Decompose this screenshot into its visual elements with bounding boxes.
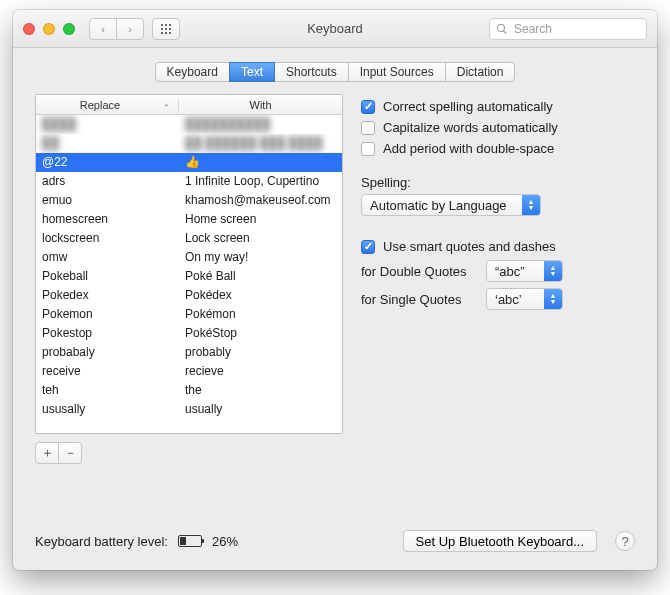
table-row[interactable]: @22👍 bbox=[36, 153, 342, 172]
forward-button[interactable]: › bbox=[116, 18, 144, 40]
table-body: ██████████████████ ██████ ███ ████@22👍ad… bbox=[36, 115, 342, 433]
add-period-row[interactable]: Add period with double-space bbox=[361, 138, 635, 159]
cell-replace: Pokestop bbox=[36, 324, 179, 343]
single-quotes-select[interactable]: ‘abc’ ▲▼ bbox=[486, 288, 563, 310]
table-row[interactable]: tehthe bbox=[36, 381, 342, 400]
cell-with: 👍 bbox=[179, 153, 342, 172]
remove-button[interactable]: － bbox=[58, 442, 82, 464]
cell-with: Pokémon bbox=[179, 305, 342, 324]
cell-replace: homescreen bbox=[36, 210, 179, 229]
replacements-column: Replace⌃ With ██████████████████ ██████ … bbox=[35, 94, 343, 518]
table-header: Replace⌃ With bbox=[36, 95, 342, 115]
cell-replace: Pokemon bbox=[36, 305, 179, 324]
table-row[interactable]: ████ ██████ ███ ████ bbox=[36, 134, 342, 153]
add-period-label: Add period with double-space bbox=[383, 141, 554, 156]
add-button[interactable]: ＋ bbox=[35, 442, 59, 464]
cell-replace: ██ bbox=[36, 134, 179, 153]
table-row[interactable]: homescreenHome screen bbox=[36, 210, 342, 229]
search-field[interactable]: Search bbox=[489, 18, 647, 40]
capitalize-label: Capitalize words automatically bbox=[383, 120, 558, 135]
capitalize-row[interactable]: Capitalize words automatically bbox=[361, 117, 635, 138]
search-icon bbox=[496, 23, 508, 35]
nav-segment: ‹ › bbox=[89, 18, 144, 40]
battery-pct: 26% bbox=[212, 534, 238, 549]
tab-text[interactable]: Text bbox=[229, 62, 275, 82]
search-placeholder: Search bbox=[514, 22, 552, 36]
sort-asc-icon: ⌃ bbox=[163, 103, 170, 112]
table-row[interactable]: PokedexPokédex bbox=[36, 286, 342, 305]
table-row[interactable]: omwOn my way! bbox=[36, 248, 342, 267]
spelling-value: Automatic by Language bbox=[370, 198, 507, 213]
tab-shortcuts[interactable]: Shortcuts bbox=[274, 62, 349, 82]
table-row[interactable]: adrs1 Infinite Loop, Cupertino bbox=[36, 172, 342, 191]
close-icon[interactable] bbox=[23, 23, 35, 35]
correct-spelling-row[interactable]: Correct spelling automatically bbox=[361, 96, 635, 117]
cell-replace: lockscreen bbox=[36, 229, 179, 248]
cell-replace: emuo bbox=[36, 191, 179, 210]
tab-dictation[interactable]: Dictation bbox=[445, 62, 516, 82]
double-quotes-select[interactable]: “abc” ▲▼ bbox=[486, 260, 563, 282]
tab-input-sources[interactable]: Input Sources bbox=[348, 62, 446, 82]
table-row[interactable]: receiverecieve bbox=[36, 362, 342, 381]
zoom-icon[interactable] bbox=[63, 23, 75, 35]
smart-quotes-label: Use smart quotes and dashes bbox=[383, 239, 556, 254]
stepper-icon: ▲▼ bbox=[544, 288, 562, 310]
stepper-icon: ▲▼ bbox=[544, 260, 562, 282]
cell-replace: probabaly bbox=[36, 343, 179, 362]
cell-with: Pokédex bbox=[179, 286, 342, 305]
grid-icon bbox=[160, 23, 172, 35]
tab-keyboard[interactable]: Keyboard bbox=[155, 62, 230, 82]
table-row[interactable]: probabalyprobably bbox=[36, 343, 342, 362]
cell-with: khamosh@makeuseof.com bbox=[179, 191, 342, 210]
minimize-icon[interactable] bbox=[43, 23, 55, 35]
smart-quotes-row[interactable]: Use smart quotes and dashes bbox=[361, 236, 635, 257]
double-quotes-label: for Double Quotes bbox=[361, 264, 476, 279]
cell-with: Lock screen bbox=[179, 229, 342, 248]
back-button[interactable]: ‹ bbox=[89, 18, 117, 40]
table-row[interactable]: PokemonPokémon bbox=[36, 305, 342, 324]
table-row[interactable]: lockscreenLock screen bbox=[36, 229, 342, 248]
cell-with: the bbox=[179, 381, 342, 400]
cell-with: usually bbox=[179, 400, 342, 419]
cell-with: ██████████ bbox=[179, 115, 342, 134]
spelling-select[interactable]: Automatic by Language ▲▼ bbox=[361, 194, 541, 216]
replacements-table: Replace⌃ With ██████████████████ ██████ … bbox=[35, 94, 343, 434]
cell-replace: ████ bbox=[36, 115, 179, 134]
spelling-label: Spelling: bbox=[361, 175, 635, 190]
add-period-checkbox[interactable] bbox=[361, 142, 375, 156]
battery-label: Keyboard battery level: bbox=[35, 534, 168, 549]
show-all-button[interactable] bbox=[152, 18, 180, 40]
table-row[interactable]: PokestopPokéStop bbox=[36, 324, 342, 343]
table-row[interactable]: ██████████████ bbox=[36, 115, 342, 134]
titlebar: ‹ › Keyboard Search bbox=[13, 10, 657, 48]
table-row[interactable]: PokeballPoké Ball bbox=[36, 267, 342, 286]
bluetooth-button[interactable]: Set Up Bluetooth Keyboard... bbox=[403, 530, 597, 552]
table-row[interactable]: ususallyusually bbox=[36, 400, 342, 419]
cell-with: ██ ██████ ███ ████ bbox=[179, 134, 342, 153]
capitalize-checkbox[interactable] bbox=[361, 121, 375, 135]
cell-replace: @22 bbox=[36, 153, 179, 172]
cell-replace: ususally bbox=[36, 400, 179, 419]
cell-with: PokéStop bbox=[179, 324, 342, 343]
double-quotes-value: “abc” bbox=[495, 264, 525, 279]
traffic-lights bbox=[23, 23, 75, 35]
cell-with: On my way! bbox=[179, 248, 342, 267]
tabbar: KeyboardTextShortcutsInput SourcesDictat… bbox=[13, 48, 657, 94]
single-quotes-value: ‘abc’ bbox=[495, 292, 522, 307]
battery-icon bbox=[178, 535, 202, 547]
content: Replace⌃ With ██████████████████ ██████ … bbox=[13, 94, 657, 518]
help-button[interactable]: ? bbox=[615, 531, 635, 551]
table-row[interactable]: emuokhamosh@makeuseof.com bbox=[36, 191, 342, 210]
col-replace[interactable]: Replace⌃ bbox=[36, 99, 179, 111]
preferences-window: ‹ › Keyboard Search KeyboardTextShortcut… bbox=[13, 10, 657, 570]
cell-with: Poké Ball bbox=[179, 267, 342, 286]
cell-with: probably bbox=[179, 343, 342, 362]
cell-with: Home screen bbox=[179, 210, 342, 229]
smart-quotes-checkbox[interactable] bbox=[361, 240, 375, 254]
col-with[interactable]: With bbox=[179, 99, 342, 111]
cell-replace: Pokedex bbox=[36, 286, 179, 305]
single-quotes-label: for Single Quotes bbox=[361, 292, 476, 307]
cell-replace: adrs bbox=[36, 172, 179, 191]
correct-spelling-checkbox[interactable] bbox=[361, 100, 375, 114]
stepper-icon: ▲▼ bbox=[522, 194, 540, 216]
